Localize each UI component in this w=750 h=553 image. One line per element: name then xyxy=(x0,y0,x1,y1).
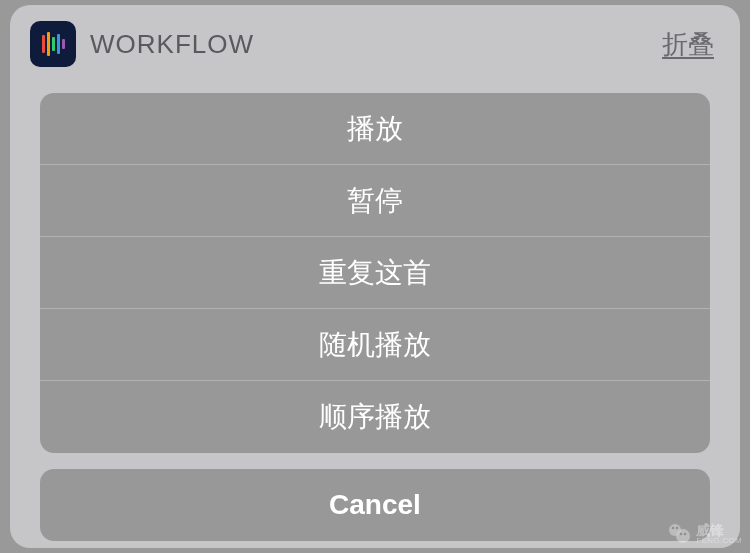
workflow-app-icon xyxy=(30,21,76,67)
workflow-widget: WORKFLOW 折叠 播放 暂停 重复这首 随机播放 顺序播放 Cancel xyxy=(10,5,740,548)
option-sequential[interactable]: 顺序播放 xyxy=(40,381,710,453)
widget-header: WORKFLOW 折叠 xyxy=(10,5,740,79)
option-list: 播放 暂停 重复这首 随机播放 顺序播放 xyxy=(40,93,710,453)
option-play[interactable]: 播放 xyxy=(40,93,710,165)
svg-rect-3 xyxy=(57,34,60,54)
svg-rect-1 xyxy=(47,32,50,56)
collapse-link[interactable]: 折叠 xyxy=(662,27,714,62)
cancel-button[interactable]: Cancel xyxy=(40,469,710,541)
option-pause[interactable]: 暂停 xyxy=(40,165,710,237)
svg-rect-2 xyxy=(52,37,55,51)
widget-content: 播放 暂停 重复这首 随机播放 顺序播放 Cancel xyxy=(10,79,740,553)
option-shuffle[interactable]: 随机播放 xyxy=(40,309,710,381)
option-repeat-this[interactable]: 重复这首 xyxy=(40,237,710,309)
app-title: WORKFLOW xyxy=(90,29,254,60)
svg-rect-4 xyxy=(62,39,65,49)
svg-rect-0 xyxy=(42,35,45,53)
header-left: WORKFLOW xyxy=(30,21,254,67)
